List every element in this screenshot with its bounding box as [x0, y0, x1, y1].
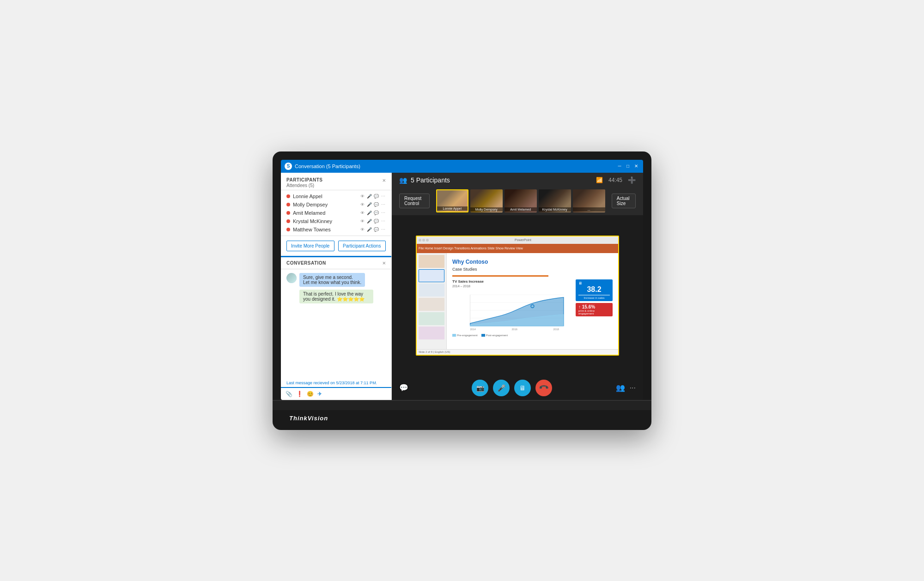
monitor-brand: ThinkVision [281, 410, 643, 430]
chat-toggle-button[interactable]: 💬 [399, 383, 408, 392]
ppt-main-slide: Why Contoso Case Studies TV Sales Increa… [447, 253, 618, 349]
more-icon: ⋯ [380, 219, 386, 224]
attachment-icon[interactable]: 📎 [286, 391, 292, 397]
video-thumbnail[interactable]: Lonnie Appel [436, 189, 468, 212]
video-icon: 👁 [359, 202, 365, 207]
actual-size-button[interactable]: Actual Size [612, 194, 636, 208]
hangup-icon: 📞 [539, 382, 549, 393]
participant-row: Matthew Townes 👁 🎤 💬 ⋯ [281, 225, 391, 234]
participants-header-text: PARTICIPANTS Attendees (5) [286, 177, 322, 188]
thumbnail-label: Krystal McKinney [539, 207, 571, 212]
participant-actions-button[interactable]: Participant Actions [338, 241, 386, 251]
alert-icon[interactable]: ❗ [296, 391, 303, 397]
legend-label: Post-engagement [486, 334, 508, 337]
camera-icon: 📷 [476, 384, 484, 392]
participants-close-button[interactable]: × [382, 177, 386, 183]
monitor-screen: S Conversation (5 Participants) ─ □ ✕ [281, 160, 643, 400]
participant-row: Molly Dempsey 👁 🎤 💬 ⋯ [281, 200, 391, 209]
request-control-button[interactable]: Request Control [399, 194, 430, 208]
ppt-ribbon: File Home Insert Design Transitions Anim… [417, 244, 618, 253]
chart-legend: Pre-engagement Post-engagement [452, 334, 571, 337]
participant-icons: 👁 🎤 💬 ⋯ [359, 219, 386, 224]
mic-button[interactable]: 🎤 [493, 380, 510, 396]
chat-input-icons: 📎 ❗ 😊 ✈ [286, 391, 322, 397]
presentation-frame: PowerPoint File Home Insert Design Trans… [416, 236, 619, 356]
ppt-title-text: PowerPoint [430, 238, 616, 242]
thumbnail-container: Lonnie Appel Molly Dempsey Amit Melamed [436, 189, 605, 212]
chat-icon: 💬 [373, 202, 379, 207]
video-icon: 👁 [359, 194, 365, 199]
participant-status-dot [286, 203, 290, 206]
participant-name: Krystal McKinney [293, 218, 357, 224]
stat-box-primary: 🖥 38.2 Increase in sales [576, 279, 613, 301]
ppt-mockup: PowerPoint File Home Insert Design Trans… [417, 236, 618, 355]
add-person-button[interactable]: ➕ [628, 176, 636, 184]
camera-button[interactable]: 📷 [472, 380, 488, 396]
minimize-button[interactable]: ─ [616, 163, 623, 169]
participants-icon: 👥 [399, 176, 407, 184]
video-thumbnail[interactable]: ... [573, 189, 605, 212]
ppt-dot [426, 239, 429, 242]
mic-icon: 🎤 [366, 194, 372, 199]
ppt-statusbar-text: Slide 2 of 8 | English (US) [419, 351, 450, 353]
bottom-right-controls: 👥 ··· [616, 383, 636, 392]
chat-icon: 💬 [373, 194, 379, 199]
hangup-button[interactable]: 📞 [535, 380, 552, 396]
more-options-button[interactable]: ··· [630, 384, 636, 392]
chart-title: TV Sales Increase [452, 279, 571, 284]
mic-icon: 🎤 [366, 211, 372, 215]
monitor-icon: 🖥 [578, 281, 582, 285]
mic-icon: 🎤 [366, 202, 372, 207]
participant-row: Lonnie Appel 👁 🎤 💬 ⋯ [281, 192, 391, 200]
svg-text:2016: 2016 [512, 327, 517, 330]
video-icon: 👁 [359, 227, 365, 232]
video-thumbnail[interactable]: Amit Melamed [505, 189, 537, 212]
participant-row: Amit Melamed 👁 🎤 💬 ⋯ [281, 209, 391, 217]
emoji-icon[interactable]: 😊 [307, 391, 314, 397]
ppt-dot [419, 239, 421, 242]
participant-list: Lonnie Appel 👁 🎤 💬 ⋯ Molly D [281, 190, 391, 236]
mic-icon: 🎤 [366, 227, 372, 232]
chart-right: 🖥 38.2 Increase in sales [576, 279, 613, 339]
thumbnail-label: Molly Dempsey [470, 207, 503, 212]
bottom-controls: 💬 📷 🎤 🖥 [392, 376, 643, 400]
participant-bar-left: 👥 5 Participants [399, 176, 450, 184]
bottom-center-controls: 📷 🎤 🖥 📞 [472, 380, 552, 396]
title-bar-controls: ─ □ ✕ [616, 163, 639, 169]
close-button[interactable]: ✕ [633, 163, 639, 169]
participant-name: Matthew Townes [293, 227, 357, 232]
chat-bubble-container: Sure, give me a second. Let me know what… [299, 273, 365, 287]
screen-share-button[interactable]: 🖥 [514, 380, 531, 396]
monitor: S Conversation (5 Participants) ─ □ ✕ [273, 151, 651, 430]
participants-toggle-button[interactable]: 👥 [616, 383, 625, 392]
slide-title: Why Contoso [452, 259, 613, 265]
ppt-body: Why Contoso Case Studies TV Sales Increa… [417, 253, 618, 349]
more-icon: ⋯ [380, 194, 386, 199]
send-icon[interactable]: ✈ [317, 391, 322, 397]
video-thumbnail[interactable]: Molly Dempsey [470, 189, 503, 212]
slide-subtitle: Case Studies [452, 267, 613, 272]
sales-chart: 2014 2016 2018 [452, 290, 571, 331]
invite-more-people-button[interactable]: Invite More People [286, 241, 334, 251]
stat-divider [578, 295, 610, 296]
presentation-area: PowerPoint File Home Insert Design Trans… [392, 215, 643, 376]
participant-icons: 👁 🎤 💬 ⋯ [359, 202, 386, 207]
participant-status-dot [286, 211, 290, 215]
conversation-panel: CONVERSATION × Sure, give me a seco [281, 256, 391, 400]
chat-area: Sure, give me a second. Let me know what… [281, 269, 391, 379]
chat-message: Sure, give me a second. Let me know what… [286, 273, 386, 287]
more-icon: ⋯ [380, 202, 386, 207]
app-body: PARTICIPANTS Attendees (5) × Lonnie Appe… [281, 173, 643, 400]
chat-icon: 💬 [373, 227, 379, 232]
skype-logo-letter: S [287, 163, 290, 169]
ppt-ribbon-label: File Home Insert Design Transitions Anim… [419, 247, 523, 250]
video-thumbnail[interactable]: Krystal McKinney [539, 189, 571, 212]
stat-monitor-icon: 🖥 [578, 281, 610, 285]
maximize-button[interactable]: □ [625, 163, 631, 169]
participant-icons: 👁 🎤 💬 ⋯ [359, 194, 386, 199]
stat-label: Increase in sales [578, 297, 610, 299]
participant-name: Lonnie Appel [293, 194, 357, 199]
chat-message-text: That is perfect. I love the way you desi… [303, 291, 365, 302]
stat-number: 38.2 [578, 285, 610, 294]
conversation-close-button[interactable]: × [382, 260, 386, 266]
